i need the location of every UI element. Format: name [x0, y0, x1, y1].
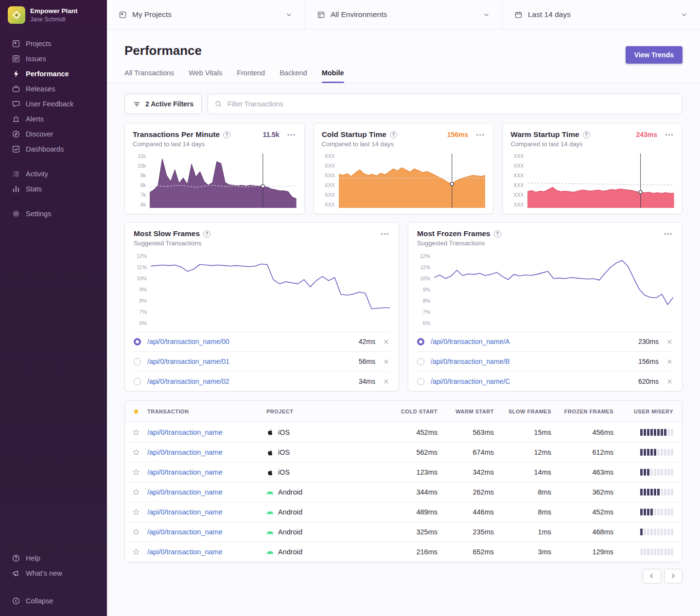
- help-tooltip-icon[interactable]: ?: [583, 131, 590, 138]
- close-icon[interactable]: [383, 358, 390, 365]
- y-axis-label: 9%: [423, 287, 430, 292]
- sidebar-item-activity[interactable]: Activity: [0, 166, 107, 181]
- help-tooltip-icon[interactable]: ?: [494, 230, 501, 238]
- environment-filter-dropdown[interactable]: All Environments: [305, 0, 503, 29]
- transaction-link[interactable]: /api/0/transaction_name: [147, 488, 266, 496]
- column-header-project[interactable]: Project: [266, 409, 383, 414]
- content-area: 2 Active Filters Transactions Per Minute…: [107, 83, 700, 597]
- card-menu-icon[interactable]: …: [664, 230, 673, 234]
- close-icon[interactable]: [666, 378, 673, 385]
- transaction-link[interactable]: /api/0/transaction_name/C: [431, 377, 632, 385]
- user-misery-segment: [661, 548, 663, 555]
- transaction-link[interactable]: /api/0/transaction_name: [147, 548, 266, 556]
- transaction-link[interactable]: /api/0/transaction_name: [147, 428, 266, 436]
- star-outline-icon[interactable]: [132, 488, 140, 496]
- close-icon[interactable]: [383, 338, 390, 345]
- transaction-link[interactable]: /api/0/transaction_name: [147, 528, 266, 536]
- star-outline-icon[interactable]: [132, 448, 140, 456]
- column-header-cold-start[interactable]: Cold Start: [383, 409, 438, 414]
- search-input[interactable]: [227, 100, 676, 108]
- help-tooltip-icon[interactable]: ?: [223, 131, 230, 138]
- sidebar-item-what-s-new[interactable]: What’s new: [0, 565, 107, 581]
- star-outline-icon[interactable]: [132, 508, 140, 516]
- tab-backend[interactable]: Backend: [280, 69, 307, 83]
- transaction-link[interactable]: /api/0/transaction_name/B: [431, 358, 632, 365]
- table-row: /api/0/transaction_nameAndroid344ms262ms…: [125, 482, 682, 502]
- transaction-radio[interactable]: [134, 338, 141, 345]
- project-cell: Android: [266, 508, 383, 516]
- tab-all-transactions[interactable]: All Transactions: [124, 69, 174, 83]
- card-menu-icon[interactable]: …: [287, 131, 297, 135]
- org-switcher[interactable]: Empower Plant Jane Schmidt: [0, 0, 107, 30]
- prev-page-button[interactable]: [643, 569, 661, 583]
- sidebar-item-collapse[interactable]: Collapse: [0, 593, 107, 608]
- transaction-link[interactable]: /api/0/transaction_name/00: [147, 338, 352, 345]
- sidebar-item-discover[interactable]: Discover: [0, 126, 107, 141]
- sidebar-item-stats[interactable]: Stats: [0, 181, 107, 196]
- transaction-radio[interactable]: [417, 358, 424, 365]
- sidebar-item-user-feedback[interactable]: User Feedback: [0, 96, 107, 111]
- sidebar-item-label: Collapse: [26, 597, 53, 605]
- sidebar-item-releases[interactable]: Releases: [0, 81, 107, 96]
- column-header-user-misery[interactable]: User Misery: [613, 409, 673, 414]
- column-header-transaction[interactable]: Transaction: [147, 409, 266, 414]
- view-trends-button[interactable]: View Trends: [626, 46, 682, 64]
- transaction-radio[interactable]: [134, 378, 141, 385]
- next-page-button[interactable]: [664, 569, 682, 583]
- user-misery-segment: [654, 489, 656, 496]
- android-icon: [266, 529, 274, 536]
- date-filter-dropdown[interactable]: Last 14 days: [503, 0, 700, 29]
- sidebar-item-dashboards[interactable]: Dashboards: [0, 141, 107, 156]
- tab-mobile[interactable]: Mobile: [322, 69, 344, 83]
- project-cell: iOS: [266, 468, 383, 476]
- transaction-radio[interactable]: [134, 358, 141, 365]
- help-tooltip-icon[interactable]: ?: [203, 230, 210, 238]
- help-tooltip-icon[interactable]: ?: [390, 131, 397, 138]
- close-icon[interactable]: [383, 378, 390, 385]
- y-axis-label: XXX: [513, 163, 524, 168]
- sidebar-item-projects[interactable]: Projects: [0, 36, 107, 51]
- transaction-link[interactable]: /api/0/transaction_name/02: [147, 377, 352, 385]
- warm-start-value: 235ms: [438, 528, 494, 536]
- sidebar-item-performance[interactable]: Performance: [0, 66, 107, 81]
- transaction-link[interactable]: /api/0/transaction_name/A: [431, 338, 632, 345]
- sidebar-item-settings[interactable]: Settings: [0, 206, 107, 221]
- active-filters-button[interactable]: 2 Active Filters: [124, 94, 202, 114]
- card-menu-icon[interactable]: …: [475, 131, 485, 135]
- star-outline-icon[interactable]: [132, 468, 140, 476]
- user-misery-segment: [657, 529, 660, 535]
- user-misery-segment: [664, 509, 666, 515]
- star-outline-icon[interactable]: [132, 428, 140, 436]
- sidebar-item-help[interactable]: Help: [0, 550, 107, 565]
- transaction-link[interactable]: /api/0/transaction_name/01: [147, 358, 352, 365]
- user-misery-segment: [671, 529, 673, 535]
- tab-web-vitals[interactable]: Web Vitals: [189, 69, 222, 83]
- transaction-link[interactable]: /api/0/transaction_name: [147, 468, 266, 476]
- transaction-link[interactable]: /api/0/transaction_name: [147, 448, 266, 456]
- transaction-radio[interactable]: [417, 338, 424, 345]
- column-header-warm-start[interactable]: Warm Start: [438, 409, 494, 414]
- column-header-frozen-frames[interactable]: Frozen Frames: [551, 409, 613, 414]
- stats-icon: [12, 185, 20, 193]
- user-misery-segment: [650, 449, 653, 456]
- star-filled-icon[interactable]: [132, 408, 140, 415]
- transaction-link[interactable]: /api/0/transaction_name: [147, 508, 266, 516]
- card-menu-icon[interactable]: …: [380, 230, 390, 234]
- card-menu-icon[interactable]: …: [665, 131, 674, 135]
- close-icon[interactable]: [666, 338, 673, 345]
- sidebar-item-alerts[interactable]: Alerts: [0, 111, 107, 126]
- frame-card-most-frozen-frames: Most Frozen Frames?…Suggested Transactio…: [408, 222, 682, 392]
- y-axis-label: 9%: [140, 287, 147, 292]
- star-outline-icon[interactable]: [132, 548, 140, 556]
- tab-frontend[interactable]: Frontend: [237, 69, 265, 83]
- star-outline-icon[interactable]: [132, 528, 140, 536]
- project-filter-dropdown[interactable]: My Projects: [107, 0, 305, 29]
- cold-start-value: 344ms: [383, 488, 438, 496]
- y-axis-label: 8%: [140, 298, 147, 303]
- close-icon[interactable]: [666, 358, 673, 365]
- android-icon: [266, 509, 274, 516]
- sidebar-item-label: Performance: [26, 70, 69, 78]
- sidebar-item-issues[interactable]: Issues: [0, 51, 107, 66]
- column-header-slow-frames[interactable]: Slow Frames: [494, 409, 551, 414]
- transaction-radio[interactable]: [417, 378, 424, 385]
